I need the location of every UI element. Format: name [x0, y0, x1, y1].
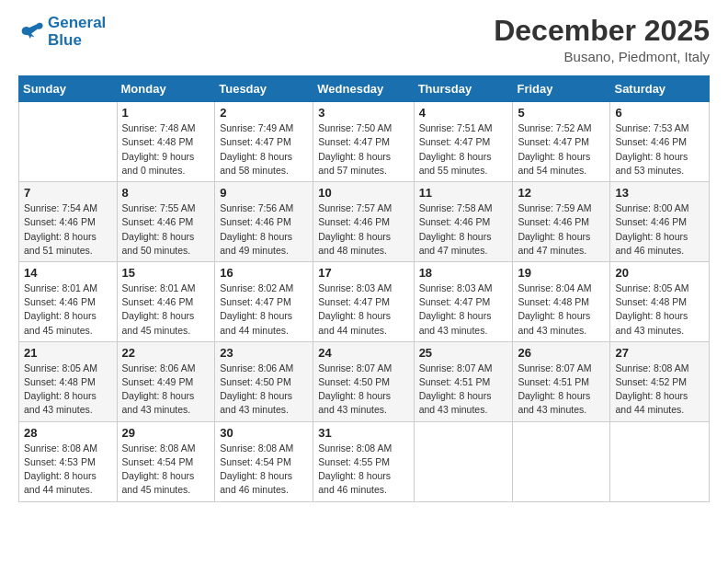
day-number: 6 — [615, 106, 704, 120]
day-number: 12 — [518, 186, 605, 200]
day-info: Sunrise: 8:08 AMSunset: 4:55 PMDaylight:… — [318, 442, 408, 498]
day-info: Sunrise: 7:55 AMSunset: 4:46 PMDaylight:… — [122, 201, 210, 258]
day-number: 17 — [318, 266, 408, 280]
day-cell: 23Sunrise: 8:06 AMSunset: 4:50 PMDayligh… — [215, 341, 313, 421]
logo-icon — [18, 19, 44, 45]
week-row-3: 14Sunrise: 8:01 AMSunset: 4:46 PMDayligh… — [19, 261, 710, 341]
day-number: 27 — [615, 346, 704, 360]
day-info: Sunrise: 8:06 AMSunset: 4:49 PMDaylight:… — [122, 362, 210, 418]
day-cell: 28Sunrise: 8:08 AMSunset: 4:53 PMDayligh… — [19, 421, 118, 501]
day-number: 21 — [24, 346, 112, 360]
month-title: December 2025 — [494, 15, 710, 47]
day-info: Sunrise: 7:48 AMSunset: 4:48 PMDaylight:… — [122, 121, 210, 178]
day-cell — [19, 102, 118, 182]
day-cell: 12Sunrise: 7:59 AMSunset: 4:46 PMDayligh… — [513, 182, 610, 262]
day-info: Sunrise: 7:49 AMSunset: 4:47 PMDaylight:… — [220, 121, 308, 178]
day-info: Sunrise: 8:08 AMSunset: 4:52 PMDaylight:… — [615, 362, 704, 418]
day-info: Sunrise: 7:57 AMSunset: 4:46 PMDaylight:… — [318, 201, 408, 258]
header: General Blue December 2025 Busano, Piedm… — [18, 15, 710, 64]
day-cell: 30Sunrise: 8:08 AMSunset: 4:54 PMDayligh… — [215, 421, 313, 501]
day-cell: 9Sunrise: 7:56 AMSunset: 4:46 PMDaylight… — [215, 182, 313, 262]
day-info: Sunrise: 8:05 AMSunset: 4:48 PMDaylight:… — [615, 282, 704, 338]
day-info: Sunrise: 8:04 AMSunset: 4:48 PMDaylight:… — [518, 282, 605, 338]
day-cell: 4Sunrise: 7:51 AMSunset: 4:47 PMDaylight… — [414, 102, 513, 182]
day-cell: 17Sunrise: 8:03 AMSunset: 4:47 PMDayligh… — [313, 261, 414, 341]
header-cell-friday: Friday — [513, 76, 610, 102]
day-number: 29 — [122, 426, 210, 440]
day-number: 2 — [220, 106, 308, 120]
day-cell: 27Sunrise: 8:08 AMSunset: 4:52 PMDayligh… — [610, 341, 710, 421]
day-info: Sunrise: 8:08 AMSunset: 4:54 PMDaylight:… — [122, 442, 210, 498]
page: General Blue December 2025 Busano, Piedm… — [0, 0, 728, 563]
day-number: 7 — [24, 186, 112, 200]
day-cell: 19Sunrise: 8:04 AMSunset: 4:48 PMDayligh… — [513, 261, 610, 341]
day-number: 11 — [419, 186, 508, 200]
day-cell: 20Sunrise: 8:05 AMSunset: 4:48 PMDayligh… — [610, 261, 710, 341]
header-cell-saturday: Saturday — [610, 76, 710, 102]
day-info: Sunrise: 7:51 AMSunset: 4:47 PMDaylight:… — [419, 121, 508, 178]
day-cell: 8Sunrise: 7:55 AMSunset: 4:46 PMDaylight… — [117, 182, 215, 262]
day-info: Sunrise: 8:07 AMSunset: 4:51 PMDaylight:… — [518, 362, 605, 418]
day-info: Sunrise: 7:53 AMSunset: 4:46 PMDaylight:… — [615, 121, 704, 178]
header-cell-thursday: Thursday — [414, 76, 513, 102]
day-cell: 26Sunrise: 8:07 AMSunset: 4:51 PMDayligh… — [513, 341, 610, 421]
day-number: 15 — [122, 266, 210, 280]
day-cell: 21Sunrise: 8:05 AMSunset: 4:48 PMDayligh… — [19, 341, 118, 421]
logo-text: General Blue — [48, 15, 106, 49]
week-row-4: 21Sunrise: 8:05 AMSunset: 4:48 PMDayligh… — [19, 341, 710, 421]
header-cell-tuesday: Tuesday — [215, 76, 313, 102]
day-info: Sunrise: 7:50 AMSunset: 4:47 PMDaylight:… — [318, 121, 408, 178]
day-cell: 1Sunrise: 7:48 AMSunset: 4:48 PMDaylight… — [117, 102, 215, 182]
day-cell: 5Sunrise: 7:52 AMSunset: 4:47 PMDaylight… — [513, 102, 610, 182]
day-number: 28 — [24, 426, 112, 440]
day-number: 31 — [318, 426, 408, 440]
day-cell: 6Sunrise: 7:53 AMSunset: 4:46 PMDaylight… — [610, 102, 710, 182]
day-info: Sunrise: 8:05 AMSunset: 4:48 PMDaylight:… — [24, 362, 112, 418]
day-info: Sunrise: 7:58 AMSunset: 4:46 PMDaylight:… — [419, 201, 508, 258]
day-number: 1 — [122, 106, 210, 120]
day-cell: 3Sunrise: 7:50 AMSunset: 4:47 PMDaylight… — [313, 102, 414, 182]
logo: General Blue — [18, 15, 106, 49]
day-number: 19 — [518, 266, 605, 280]
title-block: December 2025 Busano, Piedmont, Italy — [494, 15, 710, 64]
day-number: 9 — [220, 186, 308, 200]
day-cell: 14Sunrise: 8:01 AMSunset: 4:46 PMDayligh… — [19, 261, 118, 341]
day-info: Sunrise: 8:07 AMSunset: 4:51 PMDaylight:… — [419, 362, 508, 418]
day-number: 20 — [615, 266, 704, 280]
week-row-2: 7Sunrise: 7:54 AMSunset: 4:46 PMDaylight… — [19, 182, 710, 262]
day-info: Sunrise: 8:08 AMSunset: 4:53 PMDaylight:… — [24, 442, 112, 498]
day-cell — [513, 421, 610, 501]
day-cell: 13Sunrise: 8:00 AMSunset: 4:46 PMDayligh… — [610, 182, 710, 262]
day-number: 5 — [518, 106, 605, 120]
header-cell-sunday: Sunday — [19, 76, 118, 102]
day-cell: 25Sunrise: 8:07 AMSunset: 4:51 PMDayligh… — [414, 341, 513, 421]
day-cell: 2Sunrise: 7:49 AMSunset: 4:47 PMDaylight… — [215, 102, 313, 182]
day-info: Sunrise: 7:56 AMSunset: 4:46 PMDaylight:… — [220, 201, 308, 258]
day-cell: 22Sunrise: 8:06 AMSunset: 4:49 PMDayligh… — [117, 341, 215, 421]
day-info: Sunrise: 8:03 AMSunset: 4:47 PMDaylight:… — [318, 282, 408, 338]
day-cell: 24Sunrise: 8:07 AMSunset: 4:50 PMDayligh… — [313, 341, 414, 421]
day-info: Sunrise: 8:08 AMSunset: 4:54 PMDaylight:… — [220, 442, 308, 498]
day-info: Sunrise: 8:02 AMSunset: 4:47 PMDaylight:… — [220, 282, 308, 338]
header-row: SundayMondayTuesdayWednesdayThursdayFrid… — [19, 76, 710, 102]
day-cell — [610, 421, 710, 501]
day-info: Sunrise: 7:52 AMSunset: 4:47 PMDaylight:… — [518, 121, 605, 178]
day-number: 10 — [318, 186, 408, 200]
week-row-5: 28Sunrise: 8:08 AMSunset: 4:53 PMDayligh… — [19, 421, 710, 501]
day-number: 4 — [419, 106, 508, 120]
day-number: 25 — [419, 346, 508, 360]
day-number: 23 — [220, 346, 308, 360]
day-info: Sunrise: 8:07 AMSunset: 4:50 PMDaylight:… — [318, 362, 408, 418]
day-info: Sunrise: 8:00 AMSunset: 4:46 PMDaylight:… — [615, 201, 704, 258]
day-cell — [414, 421, 513, 501]
day-info: Sunrise: 8:01 AMSunset: 4:46 PMDaylight:… — [122, 282, 210, 338]
day-number: 26 — [518, 346, 605, 360]
day-cell: 15Sunrise: 8:01 AMSunset: 4:46 PMDayligh… — [117, 261, 215, 341]
day-number: 8 — [122, 186, 210, 200]
day-cell: 10Sunrise: 7:57 AMSunset: 4:46 PMDayligh… — [313, 182, 414, 262]
calendar-table: SundayMondayTuesdayWednesdayThursdayFrid… — [18, 75, 710, 501]
location: Busano, Piedmont, Italy — [494, 49, 710, 64]
header-cell-monday: Monday — [117, 76, 215, 102]
week-row-1: 1Sunrise: 7:48 AMSunset: 4:48 PMDaylight… — [19, 102, 710, 182]
day-cell: 29Sunrise: 8:08 AMSunset: 4:54 PMDayligh… — [117, 421, 215, 501]
